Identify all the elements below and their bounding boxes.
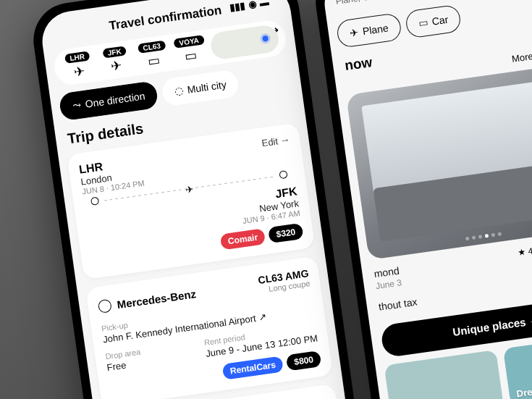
screen-right: Plane, Car · One week ✈ Plane ▭ Car now … xyxy=(321,0,532,399)
mini-map[interactable] xyxy=(209,24,280,61)
airline-badge: Comair xyxy=(220,228,266,250)
mercedes-logo-icon xyxy=(98,299,112,314)
listing-photo[interactable] xyxy=(346,63,532,261)
star-icon: ★ xyxy=(517,247,526,258)
screen-left: Travel confirmation ▮▮▮ ◉ ▬ ↻ ↪ LHR ✈ JF… xyxy=(38,0,360,399)
filter-plane-button[interactable]: ✈ Plane xyxy=(336,12,402,49)
carousel-dots[interactable] xyxy=(465,232,502,240)
plane-departure-icon: ✈ xyxy=(72,62,85,80)
rental-provider-badge: RentalCars xyxy=(222,356,284,379)
plane-icon: ✈ xyxy=(185,183,194,195)
car-card[interactable]: Mercedes-Benz CL63 AMG Long coupe Pick-u… xyxy=(85,256,333,399)
edit-flight-link[interactable]: Edit → xyxy=(261,134,291,148)
filter-car-button[interactable]: ▭ Car xyxy=(405,4,463,38)
multi-city-button[interactable]: ◌ Multi city xyxy=(161,69,240,106)
multi-city-icon: ◌ xyxy=(174,85,184,98)
car-brand: Mercedes-Benz xyxy=(117,287,197,311)
route-stop-hotel[interactable]: VOYA ▭ xyxy=(172,34,208,65)
plane-icon: ✈ xyxy=(349,26,359,39)
listing-rating: ★ 4,88 (370 reviews) xyxy=(517,237,532,259)
collection-tile-b[interactable]: Dream xyxy=(503,333,532,399)
car-icon: ▭ xyxy=(418,17,428,30)
flight-card[interactable]: LHR London JUN 8 · 10:24 PM Edit → ✈ JFK… xyxy=(67,122,315,280)
listing-date-fragment: June 3 xyxy=(375,277,402,291)
bed-icon: ▭ xyxy=(184,46,198,64)
plane-arrival-icon: ✈ xyxy=(110,57,123,75)
collection-tile-a[interactable] xyxy=(384,350,504,399)
tax-text-fragment: thout tax xyxy=(378,296,418,313)
route-icon: ⤳ xyxy=(72,99,82,112)
flight-price: $320 xyxy=(268,223,303,243)
route-stop-car[interactable]: CL63 ▭ xyxy=(135,40,172,71)
route-stop-jfk[interactable]: JFK ✈ xyxy=(97,45,134,76)
car-icon: ▭ xyxy=(146,51,161,69)
car-price: $800 xyxy=(286,350,321,371)
phone-left: Travel confirmation ▮▮▮ ◉ ▬ ↻ ↪ LHR ✈ JF… xyxy=(29,0,370,399)
route-stop-lhr[interactable]: LHR ✈ xyxy=(60,50,97,81)
one-direction-button[interactable]: ⤳ One direction xyxy=(58,80,159,121)
